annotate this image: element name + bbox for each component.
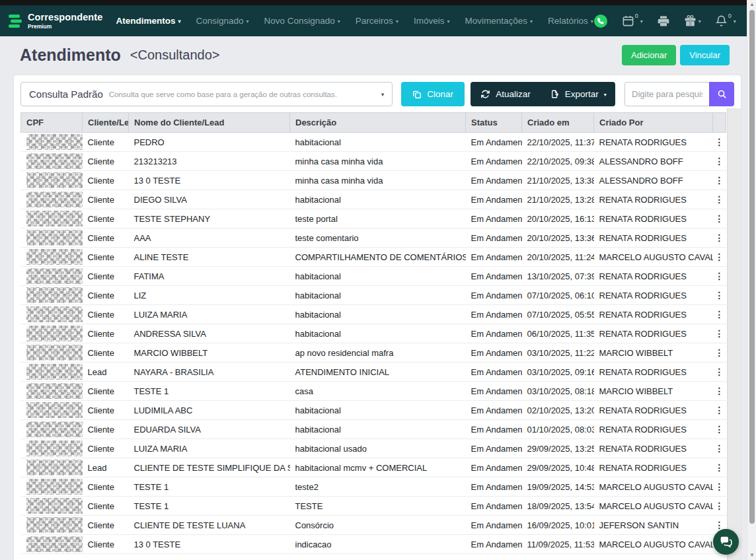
menu-imoveis[interactable]: Imóveis▾ <box>414 16 450 26</box>
descricao-cell: minha casa minha vida <box>290 152 466 171</box>
kebab-menu-icon[interactable]: ⋮ <box>715 309 724 320</box>
table-scrollbar-track[interactable] <box>727 108 741 560</box>
kebab-menu-icon[interactable]: ⋮ <box>715 137 724 147</box>
exportar-button[interactable]: Exportar ▾ <box>541 82 615 106</box>
brand-subtitle: Premium <box>28 24 102 30</box>
row-actions-cell: ⋮ <box>713 439 726 458</box>
chat-button[interactable] <box>713 529 739 555</box>
kebab-menu-icon[interactable]: ⋮ <box>715 386 724 396</box>
kebab-menu-icon[interactable]: ⋮ <box>715 405 724 415</box>
status-cell: Em Andamento <box>466 228 522 248</box>
kebab-menu-icon[interactable]: ⋮ <box>715 481 724 492</box>
row-actions-cell: ⋮ <box>713 152 726 171</box>
kebab-menu-icon[interactable]: ⋮ <box>715 290 724 300</box>
column-header-status[interactable]: Status <box>466 113 522 133</box>
menu-parceiros[interactable]: Parceiros▾ <box>356 16 398 26</box>
kebab-menu-icon[interactable]: ⋮ <box>715 156 724 166</box>
column-header-criado-em[interactable]: Criado em <box>522 113 594 133</box>
cpf-redacted-value <box>26 211 83 227</box>
kebab-menu-icon[interactable]: ⋮ <box>715 194 724 205</box>
kebab-menu-icon[interactable]: ⋮ <box>715 175 724 186</box>
calendar-icon[interactable]: 0 ▾ <box>622 15 643 27</box>
chevron-down-icon: ▾ <box>640 18 643 24</box>
page-scrollbar[interactable]: ▲ ▼ <box>747 0 756 560</box>
menu-movimentacoes[interactable]: Movimentações▾ <box>465 16 533 26</box>
kebab-menu-icon[interactable]: ⋮ <box>715 232 724 243</box>
column-header-nome[interactable]: Nome do Cliente/Lead <box>129 113 290 133</box>
cpf-cell <box>21 382 83 401</box>
query-select[interactable]: Consulta Padrão Consulta que serve como … <box>20 82 393 106</box>
search-input[interactable] <box>624 82 709 106</box>
page-mode-label: <Consultando> <box>130 48 220 63</box>
kebab-menu-icon[interactable]: ⋮ <box>715 443 724 454</box>
export-file-icon <box>550 89 560 99</box>
kebab-menu-icon[interactable]: ⋮ <box>715 367 724 377</box>
kebab-menu-icon[interactable]: ⋮ <box>715 520 724 530</box>
cpf-redacted-value <box>26 517 83 533</box>
clonar-button[interactable]: Clonar <box>401 82 465 106</box>
cpf-cell <box>21 343 83 363</box>
column-header-cpf[interactable]: CPF <box>21 113 83 133</box>
cpf-cell <box>21 458 83 477</box>
table-row: Cliente TESTE 1 TESTE Em Andamento 18/09… <box>21 497 726 516</box>
chevron-down-icon: ▾ <box>604 92 607 98</box>
column-header-descricao[interactable]: Descrição <box>290 113 466 133</box>
kebab-menu-icon[interactable]: ⋮ <box>715 347 724 358</box>
brand-logo[interactable]: Correspondente Premium <box>8 13 102 29</box>
menu-atendimentos[interactable]: Atendimentos▾ <box>116 16 180 26</box>
scrollbar-down-arrow[interactable]: ▼ <box>747 551 756 560</box>
cliente-lead-cell: Lead <box>83 363 129 382</box>
status-cell: Em Andamento <box>466 133 522 152</box>
criado-em-cell: 22/10/2025, 09:38:01 <box>522 152 594 171</box>
descricao-cell: habitacional <box>290 133 466 152</box>
cliente-lead-cell: Cliente <box>83 305 129 324</box>
printer-icon[interactable] <box>657 15 670 28</box>
kebab-menu-icon[interactable]: ⋮ <box>715 252 724 262</box>
scrollbar-up-arrow[interactable]: ▲ <box>747 0 756 9</box>
bell-icon[interactable]: 0 ▾ <box>715 15 736 27</box>
table-header-row: CPF Cliente/Lead Nome do Cliente/Lead De… <box>21 113 726 133</box>
criado-por-cell: MARCELO AUGUSTO CAVALI <box>594 497 713 516</box>
column-header-criado-por[interactable]: Criado Por <box>594 113 713 133</box>
table-row: Cliente 13 0 TESTE indicacao Em Andament… <box>21 535 726 554</box>
criado-em-cell: 07/10/2025, 05:55:12 <box>522 305 594 324</box>
search-button[interactable] <box>709 82 734 106</box>
chevron-down-icon: ▾ <box>178 18 180 24</box>
menu-relatorios[interactable]: Relatórios▾ <box>548 16 593 26</box>
gift-icon[interactable]: ▾ <box>684 15 701 27</box>
whatsapp-icon[interactable] <box>593 14 608 28</box>
navbar-icons: 0 ▾ ▾ 0 ▾ ▾ <box>593 14 756 28</box>
cpf-redacted-value <box>26 172 83 188</box>
nome-cell: TESTE 1 <box>129 382 290 401</box>
column-header-cliente-lead[interactable]: Cliente/Lead <box>83 113 129 133</box>
table-body: Cliente PEDRO habitacional Em Andamento … <box>21 133 726 554</box>
criado-por-cell: ALESSANDRO BOFF <box>594 152 713 171</box>
kebab-menu-icon[interactable]: ⋮ <box>715 213 724 224</box>
cpf-redacted-value <box>26 306 83 322</box>
cpf-redacted-value <box>26 230 83 246</box>
nome-cell: MARCIO WIBBELT <box>129 343 290 363</box>
brand-s-icon <box>8 13 22 29</box>
nome-cell: CLIENTE DE TESTE SIMPLIFIQUE DA SILVA <box>129 458 290 477</box>
vincular-button[interactable]: Vincular <box>680 45 730 65</box>
table-row: Cliente AAA teste comentario Em Andament… <box>21 228 726 248</box>
kebab-menu-icon[interactable]: ⋮ <box>715 462 724 473</box>
menu-novo-consignado[interactable]: Novo Consignado▾ <box>264 16 340 26</box>
search-icon <box>717 89 727 99</box>
kebab-menu-icon[interactable]: ⋮ <box>715 501 724 511</box>
kebab-menu-icon[interactable]: ⋮ <box>715 424 724 435</box>
cliente-lead-cell: Cliente <box>83 382 129 401</box>
kebab-menu-icon[interactable]: ⋮ <box>715 328 724 339</box>
cpf-redacted-value <box>26 440 83 456</box>
row-actions-cell: ⋮ <box>713 420 726 439</box>
nome-cell: FATIMA <box>129 267 290 286</box>
scrollbar-thumb[interactable] <box>749 10 755 524</box>
kebab-menu-icon[interactable]: ⋮ <box>715 271 724 281</box>
atualizar-button[interactable]: Atualizar <box>471 82 541 106</box>
table-row: Cliente 13 0 TESTE minha casa minha vida… <box>21 171 726 190</box>
menu-consignado[interactable]: Consignado▾ <box>196 16 248 26</box>
adicionar-button[interactable]: Adicionar <box>622 45 676 65</box>
nome-cell: 213213213 <box>129 152 290 171</box>
criado-em-cell: 21/10/2025, 13:38:16 <box>522 171 594 190</box>
status-cell: Em Andamento <box>466 382 522 401</box>
